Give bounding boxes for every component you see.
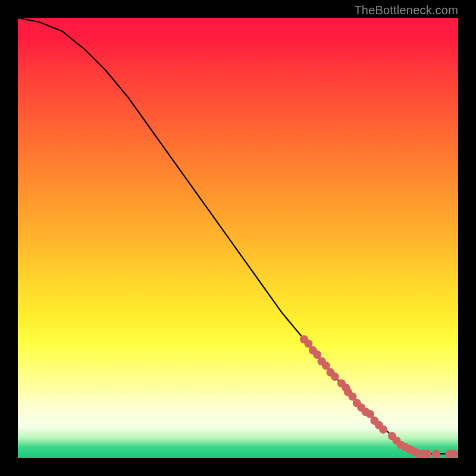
watermark-text: TheBottleneck.com — [354, 4, 458, 17]
sample-point — [423, 450, 431, 458]
plot-area — [18, 18, 458, 458]
chart-svg — [18, 18, 458, 458]
chart-frame: TheBottleneck.com — [0, 0, 476, 476]
sample-points-group — [300, 335, 458, 458]
sample-point — [450, 450, 458, 458]
bottleneck-curve — [18, 18, 458, 454]
sample-point — [379, 425, 387, 434]
sample-point — [432, 450, 440, 458]
sample-point — [331, 372, 339, 381]
